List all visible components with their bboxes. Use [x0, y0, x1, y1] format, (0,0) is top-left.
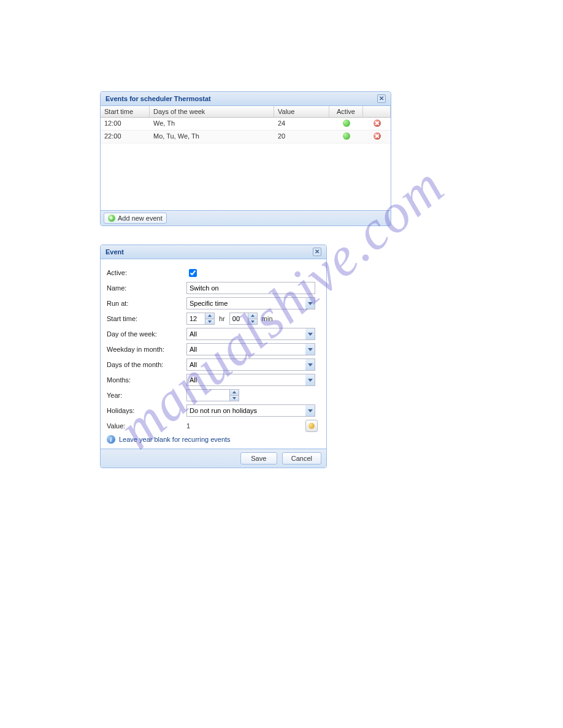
info-note: i Leave year blank for recurring events: [107, 435, 320, 444]
label-year: Year:: [107, 392, 186, 399]
cell-start-time: 22:00: [101, 131, 150, 143]
day-of-week-select[interactable]: [186, 328, 305, 340]
start-min-input[interactable]: [229, 313, 248, 325]
event-form-panel: Event ✕ Active: Name: Run at: Start time…: [100, 245, 327, 468]
cell-start-time: 12:00: [101, 118, 150, 130]
value-toggle-button[interactable]: [305, 420, 318, 432]
column-active[interactable]: Active: [329, 106, 363, 117]
events-panel-header: Events for scheduler Thermostat ✕: [101, 92, 391, 106]
label-value: Value:: [107, 422, 186, 430]
start-hour-spinner[interactable]: [186, 313, 215, 325]
hr-label: hr: [217, 315, 227, 322]
active-checkbox[interactable]: [189, 269, 197, 277]
weekday-in-month-select[interactable]: [186, 343, 305, 355]
chevron-down-icon[interactable]: [305, 297, 315, 309]
spin-up-icon[interactable]: [229, 389, 239, 395]
cell-active: [329, 131, 363, 143]
chevron-down-icon[interactable]: [305, 358, 315, 371]
name-input[interactable]: [186, 282, 315, 294]
label-start-time: Start time:: [107, 315, 186, 322]
events-panel-title: Events for scheduler Thermostat: [105, 95, 211, 102]
year-spinner[interactable]: [186, 389, 239, 401]
add-new-event-button[interactable]: Add new event: [104, 213, 167, 224]
cell-delete: [363, 118, 391, 130]
delete-icon[interactable]: [373, 119, 381, 127]
label-active: Active:: [107, 269, 186, 276]
spin-up-icon[interactable]: [205, 313, 215, 319]
cell-value: 20: [274, 131, 329, 143]
event-form-footer: Save Cancel: [101, 449, 326, 468]
label-days-of-month: Days of the month:: [107, 361, 186, 368]
close-icon[interactable]: ✕: [313, 248, 321, 256]
delete-icon[interactable]: [373, 132, 381, 140]
label-holidays: Holidays:: [107, 407, 186, 414]
cell-delete: [363, 131, 391, 143]
info-icon: i: [107, 435, 115, 444]
add-button-label: Add new event: [118, 214, 163, 222]
min-label: min: [260, 315, 275, 322]
table-row[interactable]: 12:00 We, Th 24: [101, 118, 391, 131]
chevron-down-icon[interactable]: [305, 404, 315, 417]
column-delete: [363, 106, 391, 117]
year-input[interactable]: [186, 389, 229, 401]
run-at-select[interactable]: [186, 297, 305, 309]
start-hour-input[interactable]: [186, 313, 205, 325]
info-note-text: Leave year blank for recurring events: [119, 436, 231, 443]
label-name: Name:: [107, 284, 186, 292]
cancel-button[interactable]: Cancel: [282, 452, 321, 464]
days-of-month-select[interactable]: [186, 358, 305, 371]
column-days[interactable]: Days of the week: [150, 106, 274, 117]
label-run-at: Run at:: [107, 300, 186, 307]
active-icon: [343, 132, 350, 140]
events-grid-body: 12:00 We, Th 24 22:00 Mo, Tu, We, Th 20: [101, 118, 391, 210]
spin-up-icon[interactable]: [248, 313, 258, 319]
events-panel-footer: Add new event: [101, 210, 391, 226]
column-start-time[interactable]: Start time: [101, 106, 150, 117]
column-value[interactable]: Value: [274, 106, 329, 117]
chevron-down-icon[interactable]: [305, 328, 315, 340]
save-button[interactable]: Save: [240, 452, 277, 464]
start-min-spinner[interactable]: [229, 313, 258, 325]
plus-icon: [108, 214, 115, 222]
event-form-title: Event: [105, 248, 124, 256]
label-months: Months:: [107, 376, 186, 384]
cell-value: 24: [274, 118, 329, 130]
cell-days: Mo, Tu, We, Th: [150, 131, 274, 143]
table-row[interactable]: 22:00 Mo, Tu, We, Th 20: [101, 131, 391, 143]
event-form-header: Event ✕: [101, 245, 326, 259]
spin-down-icon[interactable]: [205, 319, 215, 325]
label-day-of-week: Day of the week:: [107, 330, 186, 338]
spin-down-icon[interactable]: [229, 395, 239, 402]
cell-active: [329, 118, 363, 130]
holidays-select[interactable]: [186, 404, 305, 417]
event-form-body: Active: Name: Run at: Start time:: [101, 259, 326, 449]
label-weekday-in-month: Weekday in month:: [107, 346, 186, 353]
events-grid-header: Start time Days of the week Value Active: [101, 106, 391, 118]
close-icon[interactable]: ✕: [377, 94, 386, 103]
active-icon: [343, 119, 350, 127]
events-panel: Events for scheduler Thermostat ✕ Start …: [100, 91, 391, 226]
chevron-down-icon[interactable]: [305, 343, 315, 355]
chevron-down-icon[interactable]: [305, 374, 315, 386]
lightbulb-icon: [308, 423, 315, 429]
cell-days: We, Th: [150, 118, 274, 130]
spin-down-icon[interactable]: [248, 319, 258, 325]
value-display: 1: [186, 422, 190, 430]
months-select[interactable]: [186, 374, 305, 386]
